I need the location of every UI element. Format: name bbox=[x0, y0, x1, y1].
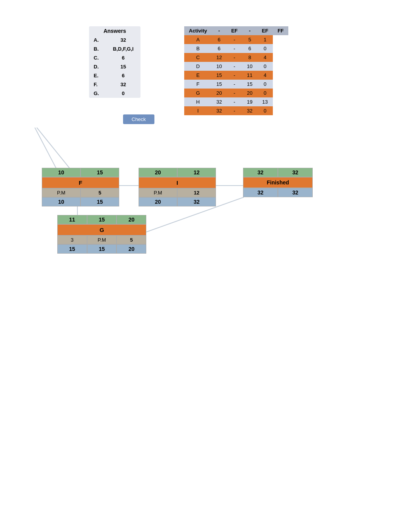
answer-label-c: C. bbox=[89, 53, 106, 62]
node-f-top-right: 15 bbox=[80, 168, 119, 177]
act-header-ff: FF bbox=[273, 26, 288, 35]
answer-value-d: 15 bbox=[106, 62, 140, 71]
act-header-ef2: EF bbox=[257, 26, 273, 35]
answer-label-g: G. bbox=[89, 89, 106, 98]
node-g-middle: G bbox=[57, 224, 146, 235]
node-g-third-mid: P.M bbox=[87, 235, 117, 244]
node-i: 20 12 I P.M 12 20 32 bbox=[139, 168, 216, 206]
node-finished-top-left: 32 bbox=[243, 168, 278, 177]
activity-row: G20-200 bbox=[184, 89, 288, 97]
node-g: 11 15 20 G 3 P.M 5 15 15 20 bbox=[57, 215, 146, 254]
table-row: C. 6 bbox=[89, 53, 140, 62]
answer-label-a: A. bbox=[89, 36, 106, 44]
table-row: E. 6 bbox=[89, 71, 140, 80]
answer-value-g: 0 bbox=[106, 89, 140, 98]
node-g-bottom-right: 20 bbox=[116, 244, 146, 254]
node-i-middle: I bbox=[139, 177, 216, 188]
answer-value-e: 6 bbox=[106, 71, 140, 80]
node-g-top-mid: 15 bbox=[87, 215, 117, 224]
activity-row: C12-84 bbox=[184, 53, 288, 62]
node-i-bottom-left: 20 bbox=[139, 197, 177, 206]
activity-row: E15-114 bbox=[184, 71, 288, 80]
answer-label-f: F. bbox=[89, 80, 106, 89]
node-i-bottom-right: 32 bbox=[177, 197, 216, 206]
check-button[interactable]: Check bbox=[123, 114, 154, 124]
node-f-third-left: P.M bbox=[42, 188, 80, 197]
node-g-third-right: 5 bbox=[116, 235, 146, 244]
answer-label-b: B. bbox=[89, 44, 106, 53]
answer-value-f: 32 bbox=[106, 80, 140, 89]
activity-row: A6-51 bbox=[184, 35, 288, 44]
svg-line-4 bbox=[35, 128, 56, 168]
answer-label-e: E. bbox=[89, 71, 106, 80]
node-f-middle: F bbox=[42, 177, 119, 188]
answer-value-c: 6 bbox=[106, 53, 140, 62]
table-row: F. 32 bbox=[89, 80, 140, 89]
table-row: A. 32 bbox=[89, 36, 140, 44]
node-f: 10 15 F P.M 5 10 15 bbox=[42, 168, 119, 206]
node-f-bottom-left: 10 bbox=[42, 197, 80, 206]
activity-row: D10-100 bbox=[184, 62, 288, 71]
table-row: B. B,D,F,G,I bbox=[89, 44, 140, 53]
act-header-col4: - bbox=[242, 26, 257, 35]
act-header-activity: Activity bbox=[184, 26, 212, 35]
node-finished-bottom-right: 32 bbox=[278, 188, 313, 197]
node-g-top-right: 20 bbox=[116, 215, 146, 224]
act-header-col2: - bbox=[212, 26, 226, 35]
node-i-third-left: P.M bbox=[139, 188, 177, 197]
answer-value-b: B,D,F,G,I bbox=[106, 44, 140, 53]
node-f-top-left: 10 bbox=[42, 168, 80, 177]
table-row: D. 15 bbox=[89, 62, 140, 71]
node-finished-middle: Finished bbox=[243, 177, 313, 188]
node-f-third-right: 5 bbox=[80, 188, 119, 197]
node-finished-bottom-left: 32 bbox=[243, 188, 278, 197]
activity-row: B6-60 bbox=[184, 44, 288, 53]
answer-value-a: 32 bbox=[106, 36, 140, 44]
answer-label-d: D. bbox=[89, 62, 106, 71]
node-g-bottom-left: 15 bbox=[57, 244, 87, 254]
activity-row: F15-150 bbox=[184, 80, 288, 89]
node-g-top-left: 11 bbox=[57, 215, 87, 224]
node-i-third-right: 12 bbox=[177, 188, 216, 197]
answers-title: Answers bbox=[89, 26, 140, 36]
activity-table: Activity - EF - EF FF A6-51B6-60C12-84D1… bbox=[184, 26, 288, 115]
act-header-ef1: EF bbox=[226, 26, 242, 35]
activity-row: H32-1913 bbox=[184, 97, 288, 106]
node-finished: 32 32 Finished 32 32 bbox=[243, 168, 313, 197]
node-g-third-left: 3 bbox=[57, 235, 87, 244]
node-f-bottom-right: 15 bbox=[80, 197, 119, 206]
node-i-top-right: 12 bbox=[177, 168, 216, 177]
node-i-top-left: 20 bbox=[139, 168, 177, 177]
node-g-bottom-mid: 15 bbox=[87, 244, 117, 254]
table-row: G. 0 bbox=[89, 89, 140, 98]
answers-table: Answers A. 32 B. B,D,F,G,I C. 6 D. 15 E.… bbox=[89, 26, 140, 98]
activity-row: I32-320 bbox=[184, 106, 288, 115]
node-finished-top-right: 32 bbox=[278, 168, 313, 177]
